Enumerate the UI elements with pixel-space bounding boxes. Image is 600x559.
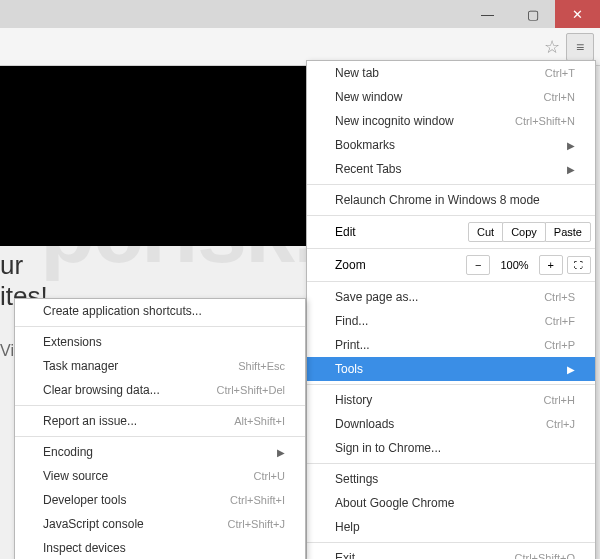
menu-recent-tabs[interactable]: Recent Tabs▶ [307, 157, 595, 181]
chevron-right-icon: ▶ [567, 140, 575, 151]
menu-downloads[interactable]: DownloadsCtrl+J [307, 412, 595, 436]
cut-button[interactable]: Cut [468, 222, 503, 242]
submenu-view-source[interactable]: View sourceCtrl+U [15, 464, 305, 488]
submenu-encoding[interactable]: Encoding▶ [15, 440, 305, 464]
zoom-value: 100% [494, 259, 534, 271]
submenu-report-issue[interactable]: Report an issue...Alt+Shift+I [15, 409, 305, 433]
menu-separator [307, 463, 595, 464]
close-button[interactable]: ✕ [555, 0, 600, 28]
chevron-right-icon: ▶ [277, 447, 285, 458]
submenu-task-manager[interactable]: Task managerShift+Esc [15, 354, 305, 378]
menu-print[interactable]: Print...Ctrl+P [307, 333, 595, 357]
menu-help[interactable]: Help [307, 515, 595, 539]
menu-separator [307, 542, 595, 543]
menu-separator [15, 436, 305, 437]
menu-zoom-row: Zoom − 100% + ⛶ [307, 252, 595, 278]
zoom-in-button[interactable]: + [539, 255, 563, 275]
minimize-button[interactable]: — [465, 0, 510, 28]
menu-signin[interactable]: Sign in to Chrome... [307, 436, 595, 460]
chrome-main-menu: New tabCtrl+T New windowCtrl+N New incog… [306, 60, 596, 559]
chevron-right-icon: ▶ [567, 164, 575, 175]
menu-separator [307, 248, 595, 249]
bookmark-star-icon[interactable]: ☆ [544, 36, 560, 58]
menu-separator [307, 384, 595, 385]
menu-history[interactable]: HistoryCtrl+H [307, 388, 595, 412]
fullscreen-button[interactable]: ⛶ [567, 256, 591, 274]
menu-new-tab[interactable]: New tabCtrl+T [307, 61, 595, 85]
menu-edit-label: Edit [335, 225, 469, 239]
menu-relaunch[interactable]: Relaunch Chrome in Windows 8 mode [307, 188, 595, 212]
zoom-out-button[interactable]: − [466, 255, 490, 275]
menu-new-window[interactable]: New windowCtrl+N [307, 85, 595, 109]
menu-separator [15, 405, 305, 406]
menu-button[interactable]: ≡ [566, 33, 594, 61]
submenu-js-console[interactable]: JavaScript consoleCtrl+Shift+J [15, 512, 305, 536]
menu-exit[interactable]: ExitCtrl+Shift+Q [307, 546, 595, 559]
submenu-create-shortcuts[interactable]: Create application shortcuts... [15, 299, 305, 323]
menu-separator [307, 281, 595, 282]
video-thumbnail [0, 66, 320, 246]
menu-edit-row: Edit Cut Copy Paste [307, 219, 595, 245]
menu-bookmarks[interactable]: Bookmarks▶ [307, 133, 595, 157]
chevron-right-icon: ▶ [567, 364, 575, 375]
paste-button[interactable]: Paste [545, 222, 591, 242]
menu-separator [307, 184, 595, 185]
menu-zoom-label: Zoom [335, 258, 462, 272]
submenu-clear-data[interactable]: Clear browsing data...Ctrl+Shift+Del [15, 378, 305, 402]
submenu-dev-tools[interactable]: Developer toolsCtrl+Shift+I [15, 488, 305, 512]
copy-button[interactable]: Copy [502, 222, 546, 242]
submenu-extensions[interactable]: Extensions [15, 330, 305, 354]
maximize-button[interactable]: ▢ [510, 0, 555, 28]
menu-settings[interactable]: Settings [307, 467, 595, 491]
menu-save-page[interactable]: Save page as...Ctrl+S [307, 285, 595, 309]
menu-separator [307, 215, 595, 216]
menu-separator [15, 326, 305, 327]
menu-find[interactable]: Find...Ctrl+F [307, 309, 595, 333]
menu-new-incognito[interactable]: New incognito windowCtrl+Shift+N [307, 109, 595, 133]
menu-about[interactable]: About Google Chrome [307, 491, 595, 515]
menu-tools[interactable]: Tools▶ [307, 357, 595, 381]
submenu-inspect-devices[interactable]: Inspect devices [15, 536, 305, 559]
window-titlebar: — ▢ ✕ [0, 0, 600, 28]
tools-submenu: Create application shortcuts... Extensio… [14, 298, 306, 559]
